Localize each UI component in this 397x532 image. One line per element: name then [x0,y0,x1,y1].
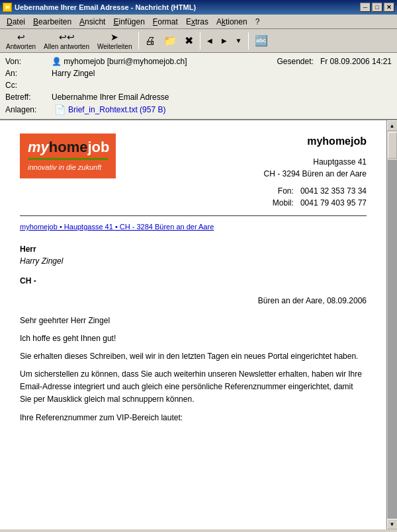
logo-text: myhomejob [28,139,108,156]
to-value: Harry Zingel [52,69,392,78]
menu-einfuegen[interactable]: Einfügen [109,16,148,28]
app-icon: ✉ [3,3,12,12]
menu-extras[interactable]: Extras [182,16,212,28]
company-address2: CH - 3294 Büren an der Aare [264,168,367,180]
to-row: An: Harry Zingel [5,67,392,79]
sent-section: Gesendet: Fr 08.09.2006 14:21 [277,57,392,66]
mobile-value: 0041 79 403 95 77 [300,198,367,208]
maximize-button[interactable]: □ [372,3,382,12]
close-button[interactable]: ✕ [384,3,394,12]
email-body: myhomejob innovativ in die zukunft myhom… [0,120,386,529]
email-header: Von: 👤 myhomejob [burri@myhomejob.ch] Ge… [0,53,397,120]
cc-label: Cc: [5,81,52,90]
window-title: Uebernahme Ihrer Email Adresse - Nachric… [15,3,196,11]
menu-datei[interactable]: Datei [3,16,29,28]
to-label: An: [5,69,52,78]
toolbar: ↩ Antworten ↩↩ Allen antworten ➤ Weiterl… [0,29,397,53]
delete-button[interactable]: ✖ [181,31,197,51]
cc-row: Cc: [5,79,392,91]
titlebar-left: ✉ Uebernahme Ihrer Email Adresse - Nachr… [3,3,196,12]
phone-label: Fon: [278,186,294,196]
company-address1: Hauptgasse 41 [264,156,367,168]
scrollbar-thumb[interactable] [388,132,397,159]
logo-homejob: home [49,139,88,155]
next-button[interactable]: ▶ [218,31,231,51]
subject-row: Betreff: Uebernahme Ihrer Email Adresse [5,91,392,103]
scrollbar-up-button[interactable]: ▲ [387,120,398,131]
scrollbar-down-button[interactable]: ▼ [387,519,398,529]
menubar: Datei Bearbeiten Ansicht Einfügen Format… [0,15,397,29]
toolbar-separator-3 [248,32,249,50]
mobile-label: Mobil: [273,198,294,208]
prev-button[interactable]: ◀ [203,31,216,51]
dropdown-button[interactable]: ▼ [232,31,245,51]
reply-all-button[interactable]: ↩↩ Allen antworten [40,31,93,51]
flag-button[interactable]: 🔤 [251,31,271,51]
date-line: Büren an der Aare, 08.09.2006 [20,295,367,307]
subject-label: Betreff: [5,93,52,102]
logo-box: myhomejob innovativ in die zukunft [20,133,116,178]
from-icon: 👤 [52,57,62,66]
attachment-row: Anlagen: 📄 Brief_in_Rohtext.txt (957 B) [5,103,392,116]
para2: Sie erhalten dieses Schreiben, weil wir … [20,350,367,363]
recipient-salutation: Herr [20,243,367,255]
from-row: Von: 👤 myhomejob [burri@myhomejob.ch] Ge… [5,56,392,67]
scrollbar: ▲ ▼ [386,120,397,529]
phone-value: 0041 32 353 73 34 [300,186,367,196]
logo-green-line [28,158,108,160]
sent-label: Gesendet: [277,57,314,66]
divider-line [20,215,367,216]
para3: Um sicherstellen zu können, dass Sie auc… [20,368,367,406]
logo-my: my [28,139,49,155]
from-value: 👤 myhomejob [burri@myhomejob.ch] [52,57,277,66]
reply-button[interactable]: ↩ Antworten [3,31,39,51]
email-scroll-area[interactable]: myhomejob innovativ in die zukunft myhom… [0,120,386,529]
reply-label: Antworten [6,43,36,50]
menu-aktionen[interactable]: Aktionen [212,16,251,28]
attachment-label: Anlagen: [5,105,52,114]
company-phone-row: Fon: 0041 32 353 73 34 [264,185,367,197]
from-label: Von: [5,57,52,66]
toolbar-separator-2 [200,32,200,50]
email-body-area: myhomejob innovativ in die zukunft myhom… [0,120,397,529]
logo-tagline: innovativ in die zukunft [28,162,108,173]
company-info: myhomejob Hauptgasse 41 CH - 3294 Büren … [264,133,367,209]
menu-ansicht[interactable]: Ansicht [75,16,109,28]
recipient-name: Harry Zingel [20,255,367,267]
reply-icon: ↩ [17,32,25,42]
logo-job-text: job [87,139,109,155]
forward-label: Weiterleiten [97,43,132,50]
subject-value: Uebernahme Ihrer Email Adresse [52,93,392,102]
forward-button[interactable]: ➤ Weiterleiten [94,31,136,51]
reply-all-label: Allen antworten [44,43,89,50]
minimize-button[interactable]: ─ [360,3,371,12]
menu-help[interactable]: ? [251,16,264,28]
recipient-block: Herr Harry Zingel [20,243,367,267]
menu-format[interactable]: Format [149,16,182,28]
move-button[interactable]: 📁 [160,31,180,51]
titlebar: ✉ Uebernahme Ihrer Email Adresse - Nachr… [0,0,397,15]
greeting: Sehr geehrter Herr Zingel [20,315,367,327]
sent-value: Fr 08.09.2006 14:21 [320,57,392,66]
recipient-address: CH - [20,275,367,287]
titlebar-buttons: ─ □ ✕ [360,3,394,12]
para4: Ihre Referenznummer zum VIP-Bereich laut… [20,412,367,424]
attachment-file[interactable]: Brief_in_Rohtext.txt (957 B) [68,105,392,114]
print-button[interactable]: 🖨 [142,31,159,51]
scrollbar-track [388,160,397,519]
address-link[interactable]: myhomejob • Hauptgasse 41 • CH - 3284 Bü… [20,221,367,233]
reply-all-icon: ↩↩ [59,32,75,42]
from-name: myhomejob [burri@myhomejob.ch] [64,57,187,66]
logo-section: myhomejob innovativ in die zukunft myhom… [20,133,367,209]
attachment-icon: 📄 [54,104,66,115]
menu-bearbeiten[interactable]: Bearbeiten [29,16,75,28]
toolbar-separator-1 [138,32,139,50]
forward-icon: ➤ [110,32,118,42]
para1: Ich hoffe es geht Ihnen gut! [20,332,367,345]
company-name: myhomejob [264,133,367,149]
company-mobile-row: Mobil: 0041 79 403 95 77 [264,197,367,209]
